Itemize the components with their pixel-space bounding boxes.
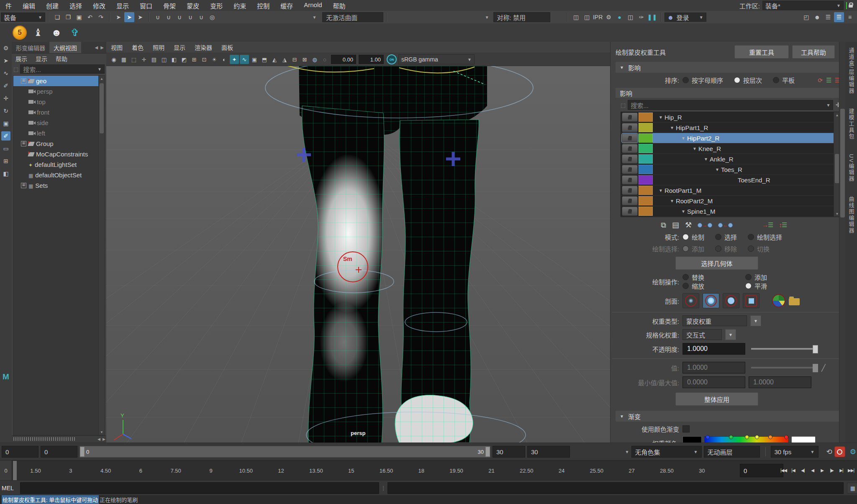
influence-row-RootPart1_M[interactable]: ▼RootPart1_M xyxy=(621,185,840,196)
scale-tool-icon[interactable]: ▣ xyxy=(1,119,10,128)
influence-row-Hip_R[interactable]: ▼Hip_R xyxy=(621,112,840,123)
brush-solid-button[interactable] xyxy=(723,293,739,308)
influence-color-swatch[interactable] xyxy=(639,123,653,132)
lock-toggle[interactable] xyxy=(622,175,638,184)
attribute-editor-toggle-icon[interactable]: ≡ xyxy=(845,12,855,22)
select-tool-icon[interactable]: ➤ xyxy=(1,56,10,65)
outliner-item-left[interactable]: left xyxy=(13,128,105,138)
influence-color-swatch[interactable] xyxy=(639,144,653,153)
playback-end-field[interactable]: 30 xyxy=(493,446,525,458)
layout-four-view-icon[interactable]: ⊞ xyxy=(1,156,10,166)
weight-type-select[interactable]: 蒙皮权重 xyxy=(683,315,747,326)
outliner-item-side[interactable]: side xyxy=(13,118,105,128)
outliner-menu-item-0[interactable]: 展示 xyxy=(12,54,31,63)
tab-scroll-left-icon[interactable]: ◀ xyxy=(95,45,98,50)
menu-set-select[interactable]: 装备 ▼ xyxy=(1,13,45,22)
tab-channel-box-layer-editor[interactable]: 通道盒/层编辑器 xyxy=(847,48,855,94)
browse-stamp-folder-icon[interactable] xyxy=(789,298,800,305)
select-camera-icon[interactable]: ◉ xyxy=(109,55,118,64)
max-color-swatch[interactable] xyxy=(791,436,816,443)
image-plane-icon[interactable]: ⬚ xyxy=(129,55,139,64)
radio-option-替换[interactable]: 替换 xyxy=(683,273,745,281)
filter-icon[interactable]: ⬚ xyxy=(621,102,626,108)
wireframe-on-shaded-icon[interactable]: ∿ xyxy=(240,55,249,64)
menubar-item-4[interactable]: 修改 xyxy=(87,1,111,10)
radio-option-缩放[interactable]: 缩放 xyxy=(683,281,745,290)
influences-section-header[interactable]: ▼ 影响 xyxy=(616,62,841,73)
field-chart-icon[interactable]: ⊞ xyxy=(190,55,199,64)
select-hierarchy-icon[interactable]: ➤ xyxy=(113,12,123,22)
tab-scroll-right-icon[interactable]: ▶ xyxy=(100,45,104,50)
show-influenced-verts-icon[interactable]: →☰ xyxy=(762,221,773,229)
viewport-menu-item-4[interactable]: 渲染器 xyxy=(190,43,217,51)
collapse-triangle-icon[interactable]: ▼ xyxy=(681,136,685,141)
active-surface-field[interactable]: 无激活曲面 xyxy=(322,12,383,22)
snap-curve-icon[interactable]: ∪ xyxy=(164,12,174,22)
ramp-handle[interactable] xyxy=(745,435,749,439)
use-color-ramp-checkbox[interactable] xyxy=(683,425,690,432)
shelf-tpose-icon[interactable]: ✞ xyxy=(68,26,82,40)
next-frame-button[interactable]: |▶ xyxy=(827,463,836,477)
resolution-gate-icon[interactable]: ◧ xyxy=(169,55,179,64)
exposure-field[interactable]: 0.00 xyxy=(331,55,356,64)
range-slider[interactable]: 0 30 xyxy=(80,446,490,458)
pause-viewport-icon[interactable]: ❚❚ xyxy=(647,12,657,22)
workspace-select[interactable]: 装备* ▼ xyxy=(762,1,844,10)
undo-icon[interactable]: ↶ xyxy=(85,12,95,22)
view-transform-select[interactable]: sRGB gamma ▼ xyxy=(398,54,475,64)
snap-projected-center-icon[interactable]: ∪ xyxy=(185,12,195,22)
min-color-swatch[interactable] xyxy=(683,436,702,443)
shelf-mask-icon[interactable]: ☻ xyxy=(49,26,64,40)
color-management-toggle[interactable]: ON xyxy=(387,54,397,64)
character-controls-toggle-icon[interactable]: ☻ xyxy=(812,12,822,22)
script-editor-icon[interactable]: ▦ xyxy=(847,483,857,494)
isolate-select-icon[interactable]: ⊠ xyxy=(300,55,309,64)
tab-graph-editor[interactable]: 曲线图编辑器 xyxy=(847,196,855,234)
make-live-icon[interactable]: ◎ xyxy=(207,12,217,22)
collapse-triangle-icon[interactable]: ▼ xyxy=(715,167,719,172)
chevron-down-icon[interactable]: ▼ xyxy=(625,450,629,454)
influence-search-input[interactable]: 搜索... ▼ xyxy=(628,100,833,110)
outliner-hscrollbar[interactable]: ◀ ▶ xyxy=(12,435,106,443)
range-start-grip[interactable] xyxy=(80,447,85,457)
gate-mask-icon[interactable]: ◩ xyxy=(180,55,189,64)
outliner-item-persp[interactable]: persp xyxy=(13,86,105,97)
influence-row-Knee_R[interactable]: ▼Knee_R xyxy=(621,143,840,154)
play-forward-button[interactable]: ▶ xyxy=(818,463,826,477)
value-slider[interactable] xyxy=(751,367,818,368)
viewport-menu-item-5[interactable]: 面板 xyxy=(217,43,238,51)
time-slider[interactable]: 0 1.5034.5067.50910.501213.501516.501819… xyxy=(0,460,857,481)
radio-option-切换[interactable]: 切换 xyxy=(748,244,770,253)
shadows-icon[interactable]: ◐ xyxy=(220,55,229,64)
go-to-start-button[interactable]: |◀◀ xyxy=(779,463,788,477)
opacity-field[interactable]: 1.0000 xyxy=(683,343,745,355)
show-influences-icon[interactable]: ☰ xyxy=(826,77,831,84)
menubar-item-13[interactable]: Arnold xyxy=(298,1,327,10)
menubar-item-0[interactable]: 件 xyxy=(0,1,17,10)
channel-box-toggle-icon[interactable]: ☰ xyxy=(823,12,833,22)
radio-option-绘制选择[interactable]: 绘制选择 xyxy=(748,233,782,241)
paint-select-tool-icon[interactable]: ✐ xyxy=(1,81,10,90)
value-field[interactable]: 1.0000 xyxy=(683,362,745,374)
collapse-triangle-icon[interactable]: ▼ xyxy=(659,115,663,120)
ramp-handle[interactable] xyxy=(784,435,788,439)
play-backward-button[interactable]: ◀ xyxy=(808,463,817,477)
ambient-occlusion-icon[interactable]: ⬒ xyxy=(260,55,269,64)
radio-option-选择[interactable]: 选择 xyxy=(715,233,737,241)
panel-scrollbar[interactable] xyxy=(839,42,846,443)
lock-toggle[interactable] xyxy=(622,133,638,143)
ramp-handle[interactable] xyxy=(729,435,733,439)
radio-option-移除[interactable]: 移除 xyxy=(715,244,737,253)
viewport-scene[interactable]: Sm Y persp xyxy=(106,66,610,443)
current-frame-field[interactable]: 0 xyxy=(740,464,783,477)
lock-toggle[interactable] xyxy=(622,186,638,195)
filter-icon[interactable]: ⬚ xyxy=(13,66,18,72)
gradient-section-header[interactable]: ▼ 渐变 xyxy=(616,411,841,422)
hypershade-icon[interactable]: ● xyxy=(615,12,625,22)
menubar-item-9[interactable]: 变形 xyxy=(205,1,228,10)
tab-outliner[interactable]: 大纲视图 xyxy=(49,42,81,53)
refresh-influences-icon[interactable]: ⟳ xyxy=(818,77,823,84)
viewport-menu-item-3[interactable]: 显示 xyxy=(169,43,190,51)
scroll-down-icon[interactable]: ▼ xyxy=(99,429,105,435)
outliner-item-Group[interactable]: ⊞Group xyxy=(13,138,105,149)
